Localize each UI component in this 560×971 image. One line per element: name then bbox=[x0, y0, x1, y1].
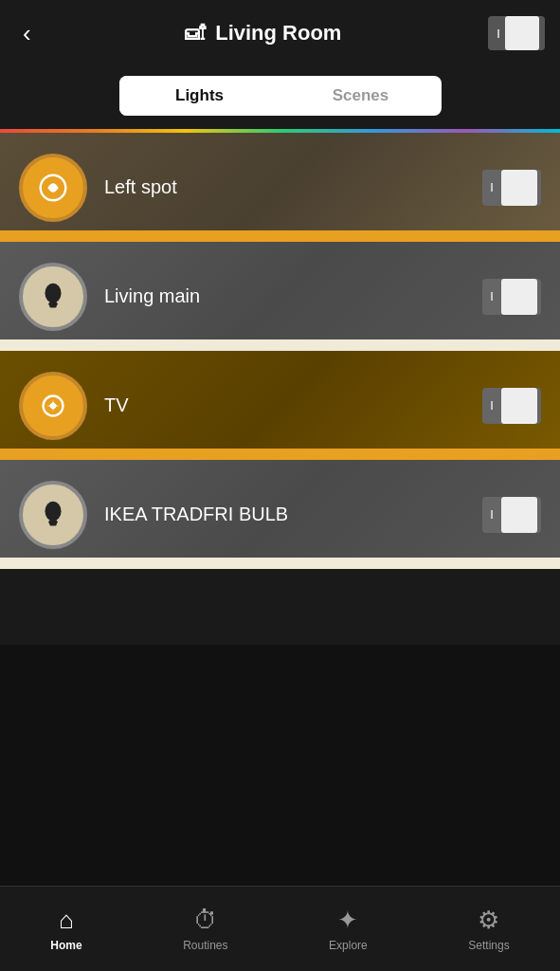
ikea-bulb-icon bbox=[35, 497, 71, 533]
living-main-toggle-on bbox=[501, 279, 537, 315]
header-power-toggle[interactable]: I bbox=[488, 16, 545, 50]
living-main-icon bbox=[35, 279, 71, 315]
tv-color-stripe bbox=[0, 449, 560, 460]
home-label: Home bbox=[50, 939, 81, 952]
svg-rect-4 bbox=[49, 304, 57, 307]
tv-toggle-on bbox=[501, 388, 537, 424]
left-spot-toggle[interactable]: I bbox=[482, 170, 541, 206]
explore-label: Explore bbox=[329, 939, 368, 952]
explore-icon: ✦ bbox=[337, 906, 358, 935]
toggle-on-indicator bbox=[505, 16, 539, 50]
living-main-color-stripe bbox=[0, 339, 560, 351]
back-button[interactable]: ‹ bbox=[15, 11, 39, 56]
ikea-bulb-toggle[interactable]: I bbox=[482, 497, 541, 533]
svg-rect-9 bbox=[49, 522, 57, 525]
light-item-left-spot[interactable]: Left spot I bbox=[0, 133, 560, 242]
left-spot-icon-circle bbox=[19, 154, 87, 222]
tv-label: TV bbox=[104, 394, 482, 416]
routines-icon: ⏱ bbox=[193, 906, 218, 935]
svg-point-7 bbox=[45, 501, 61, 521]
ikea-bulb-color-stripe bbox=[0, 558, 560, 569]
living-main-label: Living main bbox=[104, 285, 482, 307]
nav-home[interactable]: ⌂ Home bbox=[31, 898, 100, 960]
light-item-living-main[interactable]: Living main I bbox=[0, 242, 560, 351]
settings-icon: ⚙ bbox=[478, 906, 499, 935]
nav-explore[interactable]: ✦ Explore bbox=[310, 898, 387, 960]
tab-scenes[interactable]: Scenes bbox=[280, 76, 442, 116]
ikea-bulb-icon-circle bbox=[19, 481, 87, 549]
bottom-dark-area bbox=[0, 569, 560, 645]
ikea-bulb-toggle-on bbox=[501, 497, 537, 533]
header-title: 🛋 Living Room bbox=[185, 21, 341, 46]
settings-label: Settings bbox=[468, 939, 509, 952]
home-icon: ⌂ bbox=[59, 906, 74, 935]
left-spot-color-stripe bbox=[0, 230, 560, 242]
tv-icon-circle bbox=[19, 372, 87, 440]
tv-toggle[interactable]: I bbox=[482, 388, 541, 424]
tv-toggle-bar: I bbox=[482, 398, 501, 412]
room-name: Living Room bbox=[215, 21, 341, 46]
toggle-bar-label: I bbox=[488, 27, 505, 41]
nav-settings[interactable]: ⚙ Settings bbox=[449, 898, 528, 960]
tab-switcher: Lights Scenes bbox=[119, 76, 442, 116]
left-spot-label: Left spot bbox=[104, 176, 482, 198]
routines-label: Routines bbox=[183, 939, 227, 952]
svg-point-2 bbox=[45, 283, 61, 302]
bottom-navigation: ⌂ Home ⏱ Routines ✦ Explore ⚙ Settings bbox=[0, 886, 560, 971]
left-spot-toggle-on bbox=[501, 170, 537, 206]
living-main-toggle-bar: I bbox=[482, 289, 501, 303]
svg-point-6 bbox=[50, 403, 56, 409]
nav-routines[interactable]: ⏱ Routines bbox=[164, 898, 246, 960]
ikea-bulb-toggle-bar: I bbox=[482, 507, 501, 522]
sofa-icon: 🛋 bbox=[185, 21, 206, 46]
light-item-tv[interactable]: TV I bbox=[0, 351, 560, 460]
tv-icon bbox=[35, 388, 71, 424]
header: ‹ 🛋 Living Room I bbox=[0, 0, 560, 66]
light-item-ikea-bulb[interactable]: IKEA TRADFRI BULB I bbox=[0, 460, 560, 569]
living-main-icon-circle bbox=[19, 263, 87, 331]
living-main-toggle[interactable]: I bbox=[482, 279, 541, 315]
left-spot-icon bbox=[35, 170, 71, 206]
left-spot-toggle-bar: I bbox=[482, 180, 501, 194]
tab-lights[interactable]: Lights bbox=[119, 76, 280, 116]
tab-bar: Lights Scenes bbox=[0, 66, 560, 129]
svg-point-1 bbox=[50, 185, 56, 191]
ikea-bulb-label: IKEA TRADFRI BULB bbox=[104, 504, 482, 525]
